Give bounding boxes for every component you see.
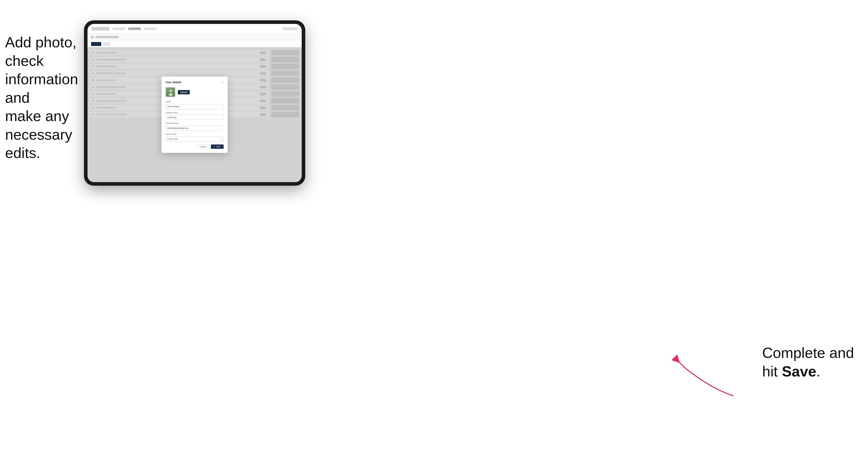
svg-point-3 xyxy=(169,93,173,96)
close-icon[interactable]: × xyxy=(221,81,224,84)
school-year-label: School Year xyxy=(165,133,224,135)
save-icon: ⤒ xyxy=(214,146,215,148)
name-field-group: Name xyxy=(165,100,224,109)
app-subheader xyxy=(88,34,302,41)
add-button[interactable] xyxy=(91,42,101,46)
annotation-left-text: Add photo, check information and make an… xyxy=(5,34,78,161)
email-field-group: Email address xyxy=(165,122,224,131)
arrow-right-icon xyxy=(659,347,736,398)
upload-button[interactable]: Upload xyxy=(178,90,190,94)
annotation-right-text-2: hit Save. xyxy=(762,363,820,379)
annotation-right-text-1: Complete and xyxy=(762,344,854,361)
name-label: Name xyxy=(165,100,224,103)
display-name-field-group: Display name xyxy=(165,112,224,120)
school-year-select[interactable]: Fourth Year First Year Second Year Third… xyxy=(165,136,224,142)
breadcrumb-text xyxy=(96,36,119,38)
tablet-screen: User details × xyxy=(88,24,302,182)
save-label: Save xyxy=(216,146,221,148)
save-button[interactable]: ⤒ Save xyxy=(211,145,224,149)
avatar xyxy=(165,87,175,97)
modal-header: User details × xyxy=(165,81,224,84)
nav-roster[interactable] xyxy=(144,28,157,30)
nav-library[interactable] xyxy=(128,28,141,30)
app-logo xyxy=(92,27,110,31)
email-label: Email address xyxy=(165,122,224,124)
user-details-modal: User details × xyxy=(161,76,228,153)
modal-overlay: User details × xyxy=(88,47,302,182)
name-input[interactable] xyxy=(165,104,224,109)
nav-connections[interactable] xyxy=(113,28,125,30)
annotation-right: Complete and hit Save. xyxy=(762,344,854,380)
display-name-input[interactable] xyxy=(165,115,224,120)
avatar-image xyxy=(166,88,175,97)
app-toolbar xyxy=(88,41,302,47)
app-content: User details × xyxy=(88,47,302,182)
breadcrumb-icon xyxy=(91,36,94,38)
cancel-button[interactable]: Cancel xyxy=(197,145,209,149)
filter-button[interactable] xyxy=(103,42,111,46)
school-year-field-group: School Year Fourth Year First Year Secon… xyxy=(165,133,224,142)
school-year-select-wrapper: Fourth Year First Year Second Year Third… xyxy=(165,136,224,142)
avatar-row: Upload xyxy=(165,87,224,97)
header-right xyxy=(282,27,298,30)
svg-point-2 xyxy=(169,90,172,92)
email-input[interactable] xyxy=(165,126,224,131)
display-name-label: Display name xyxy=(165,112,224,114)
modal-footer: Cancel ⤒ Save xyxy=(165,145,224,149)
app-header xyxy=(88,24,302,34)
modal-title: User details xyxy=(165,81,181,84)
tablet-frame: User details × xyxy=(84,20,305,186)
